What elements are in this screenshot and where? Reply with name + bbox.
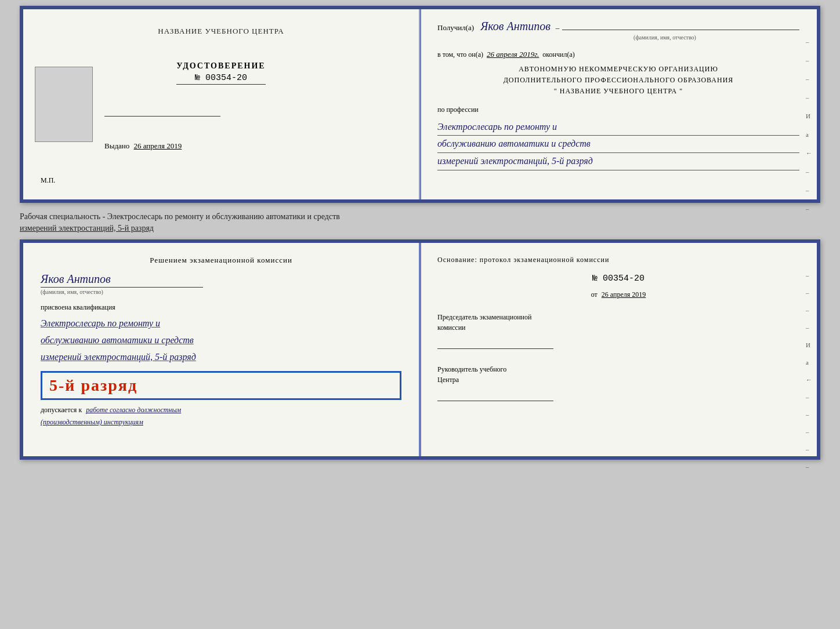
recipient-name: Яков Антипов (480, 20, 551, 33)
top-left-page: НАЗВАНИЕ УЧЕБНОГО ЦЕНТРА УДОСТОВЕРЕНИЕ №… (23, 9, 420, 199)
chairman-line2: комиссии (437, 322, 799, 333)
org-line1: АВТОНОМНУЮ НЕКОММЕРЧЕСКУЮ ОРГАНИЗАЦИЮ (437, 64, 799, 75)
issued-line: Выдано 26 апреля 2019 (104, 141, 182, 151)
director-title: Руководитель учебного Центра (437, 364, 799, 385)
allowed-handwritten1: работе согласно должностным (86, 406, 181, 414)
top-document: НАЗВАНИЕ УЧЕБНОГО ЦЕНТРА УДОСТОВЕРЕНИЕ №… (20, 6, 820, 203)
allowed-line: допускается к работе согласно должностны… (41, 406, 401, 415)
name-block: Яков Антипов (фамилия, имя, отчество) (41, 272, 401, 295)
completed-label: окончил(а) (542, 50, 574, 59)
director-signature (437, 390, 553, 401)
director-line1: Руководитель учебного (437, 364, 799, 375)
qual-line1: Электрослесарь по ремонту и (41, 315, 401, 332)
allowed-label: допускается к (41, 406, 82, 414)
name-underline (41, 287, 203, 288)
profession-line1: Электрослесарь по ремонту и (437, 119, 799, 136)
bottom-right-page: Основание: протокол экзаменационной коми… (420, 243, 817, 456)
side-marks-bottom-right: – – – – И а ← – – – – – (806, 272, 812, 470)
chairman-block: Председатель экзаменационной комиссии (437, 312, 799, 349)
recipient-underline (562, 30, 799, 30)
confirm-line: в том, что он(а) 26 апреля 2019г. окончи… (437, 50, 799, 59)
qual-line3: измерений электростанций, 5-й разряд (41, 349, 401, 366)
recipient-line: Получил(а) Яков Антипов – (437, 20, 799, 33)
fio-label: (фамилия, имя, отчество) (530, 34, 799, 41)
profession-line2: обслуживанию автоматики и средств (437, 136, 799, 153)
cert-number: № 00354-20 (176, 73, 265, 85)
director-line2: Центра (437, 375, 799, 385)
issued-label: Выдано (104, 141, 129, 150)
stamp-line: М.П. (41, 176, 55, 185)
photo-placeholder (35, 67, 93, 142)
issued-date: 26 апреля 2019 (134, 141, 182, 150)
bottom-document: Решением экзаменационной комиссии Яков А… (20, 239, 820, 460)
fio-sublabel-bottom: (фамилия, имя, отчество) (41, 289, 401, 295)
in-that-label: в том, что он(а) (437, 50, 483, 59)
protocol-number: № 00354-20 (437, 274, 799, 283)
profession-block: Электрослесарь по ремонту и обслуживанию… (437, 119, 799, 170)
protocol-date-value: 26 апреля 2019 (602, 290, 646, 299)
basis-title: Основание: протокол экзаменационной коми… (437, 254, 799, 266)
signature-spacer (104, 116, 220, 117)
cert-title: УДОСТОВЕРЕНИЕ (176, 61, 265, 71)
org-full-name: АВТОНОМНУЮ НЕКОММЕРЧЕСКУЮ ОРГАНИЗАЦИЮ ДО… (437, 64, 799, 97)
side-marks-top-right: – – – – И а ← – – – (806, 38, 812, 212)
specialty-label: Рабочая специальность - Электрослесарь п… (20, 208, 820, 235)
director-block: Руководитель учебного Центра (437, 364, 799, 401)
specialty-text: Рабочая специальность - Электрослесарь п… (20, 211, 820, 223)
bottom-left-page: Решением экзаменационной комиссии Яков А… (23, 243, 420, 456)
commission-line1: Решением экзаменационной комиссии (150, 256, 292, 264)
commission-title: Решением экзаменационной комиссии (41, 254, 401, 267)
qual-block: Электрослесарь по ремонту и обслуживанию… (41, 315, 401, 365)
protocol-date-prefix: от (591, 290, 598, 299)
top-right-page: Получил(а) Яков Антипов – (фамилия, имя,… (420, 9, 817, 199)
assigned-qual: присвоена квалификация (41, 303, 401, 312)
chairman-line1: Председатель экзаменационной (437, 312, 799, 322)
profession-label: по профессии (437, 106, 799, 114)
completion-date: 26 апреля 2019г. (487, 50, 539, 59)
chairman-signature (437, 337, 553, 349)
stamp-label: М.П. (41, 176, 55, 184)
chairman-title: Председатель экзаменационной комиссии (437, 312, 799, 333)
qual-line2: обслуживанию автоматики и средств (41, 332, 401, 349)
cert-title-block: УДОСТОВЕРЕНИЕ № 00354-20 (176, 61, 265, 85)
received-label: Получил(а) (437, 23, 474, 32)
specialty-text2: измерений электростанций, 5-й разряд (20, 223, 820, 234)
allowed-handwritten2: (производственным) инструкциям (41, 418, 401, 427)
rank-badge: 5-й разряд (41, 371, 401, 400)
profession-line3: измерений электростанций, 5-й разряд (437, 153, 799, 170)
name-handwritten: Яков Антипов (41, 272, 401, 286)
org-name-top: НАЗВАНИЕ УЧЕБНОГО ЦЕНТРА (158, 27, 284, 36)
org-line3: " НАЗВАНИЕ УЧЕБНОГО ЦЕНТРА " (437, 86, 799, 97)
protocol-date: от 26 апреля 2019 (437, 290, 799, 299)
org-line2: ДОПОЛНИТЕЛЬНОГО ПРОФЕССИОНАЛЬНОГО ОБРАЗО… (437, 75, 799, 86)
